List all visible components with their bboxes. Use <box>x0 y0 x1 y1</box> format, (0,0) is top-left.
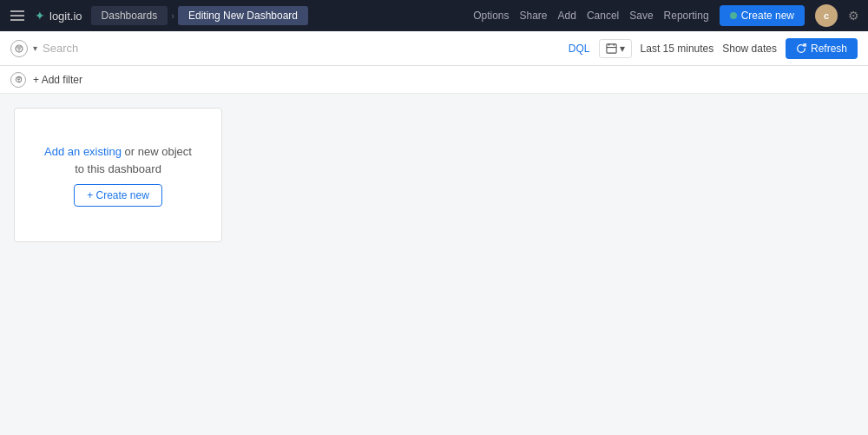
dql-button[interactable]: DQL <box>569 43 590 55</box>
refresh-icon <box>796 43 806 54</box>
refresh-label: Refresh <box>811 43 847 55</box>
logo-icon: ✦ <box>35 9 45 23</box>
card-description-text: Add an existing or new object to this da… <box>44 143 192 177</box>
navbar: ✦ logit.io Dashboards › Editing New Dash… <box>0 0 868 31</box>
logo-area: ✦ logit.io <box>35 9 82 23</box>
refresh-button[interactable]: Refresh <box>786 38 858 59</box>
options-link[interactable]: Options <box>473 10 509 22</box>
calendar-icon <box>606 43 617 54</box>
create-new-button[interactable]: Create new <box>720 5 805 26</box>
filter-toggle-icon[interactable] <box>10 40 28 57</box>
avatar[interactable]: c <box>815 4 838 27</box>
empty-dashboard-card: Add an existing or new object to this da… <box>14 108 222 242</box>
svg-rect-4 <box>606 44 615 53</box>
cancel-link[interactable]: Cancel <box>587 10 619 22</box>
secondary-toolbar: ▾ Search DQL ▾ Last 15 minutes Show date… <box>0 31 868 66</box>
reporting-link[interactable]: Reporting <box>664 10 709 22</box>
main-content: Add an existing or new object to this da… <box>0 94 868 435</box>
breadcrumb-separator: › <box>171 10 174 21</box>
add-filter-button[interactable]: + Add filter <box>33 74 82 86</box>
show-dates-button[interactable]: Show dates <box>722 43 777 55</box>
create-new-dot <box>730 12 737 19</box>
add-link[interactable]: Add <box>558 10 576 22</box>
card-create-new-button[interactable]: + Create new <box>74 184 162 207</box>
navbar-left: ✦ logit.io Dashboards › Editing New Dash… <box>9 6 466 25</box>
avatar-initials: c <box>824 10 829 21</box>
search-placeholder-text[interactable]: Search <box>43 42 78 55</box>
save-link[interactable]: Save <box>629 10 653 22</box>
card-create-new-label: + Create new <box>87 189 149 201</box>
breadcrumb-dashboards[interactable]: Dashboards <box>91 6 168 25</box>
time-range-text: Last 15 minutes <box>641 43 714 55</box>
create-new-label: Create new <box>741 10 794 22</box>
breadcrumb: Dashboards › Editing New Dashboard <box>91 6 308 25</box>
filter-small-icon[interactable] <box>10 72 26 88</box>
toolbar-left: ▾ Search <box>10 40 562 57</box>
logo-text: logit.io <box>49 10 82 23</box>
breadcrumb-editing[interactable]: Editing New Dashboard <box>178 6 308 25</box>
filter-caret-icon[interactable]: ▾ <box>33 43 37 53</box>
calendar-caret: ▾ <box>620 43 625 55</box>
filter-svg <box>15 44 23 53</box>
calendar-picker[interactable]: ▾ <box>599 39 632 58</box>
navbar-right: Options Share Add Cancel Save Reporting … <box>473 4 859 27</box>
filter-small-svg <box>15 76 23 83</box>
share-link[interactable]: Share <box>519 10 547 22</box>
toolbar-right: DQL ▾ Last 15 minutes Show dates Refresh <box>569 38 858 59</box>
add-existing-link[interactable]: Add an existing <box>44 145 122 158</box>
settings-icon[interactable]: ⚙ <box>848 9 859 23</box>
filter-row: + Add filter <box>0 66 868 94</box>
hamburger-menu-icon[interactable] <box>9 9 26 23</box>
card-text-part2: or new object <box>122 145 192 158</box>
card-text-part3: to this dashboard <box>75 162 161 175</box>
